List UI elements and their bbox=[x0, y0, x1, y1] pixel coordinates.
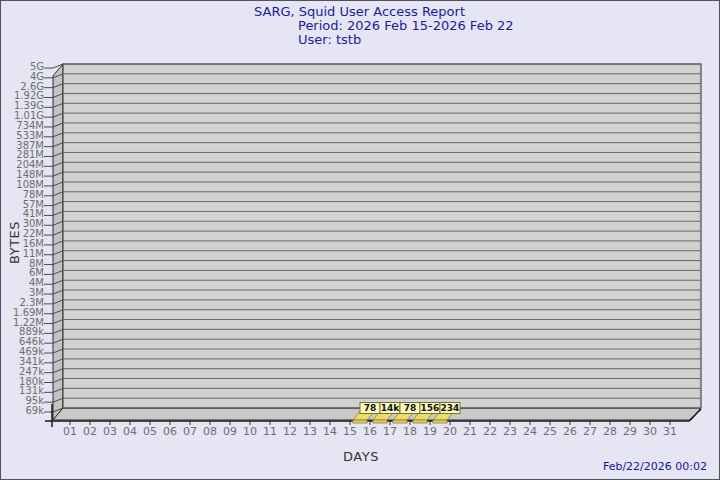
x-tick-label: 21 bbox=[463, 425, 477, 438]
x-tick-label: 24 bbox=[523, 425, 537, 438]
x-tick-label: 06 bbox=[163, 425, 177, 438]
x-tick-label: 27 bbox=[583, 425, 597, 438]
x-tick-label: 12 bbox=[283, 425, 297, 438]
back-wall bbox=[63, 64, 701, 408]
x-tick-label: 19 bbox=[423, 425, 437, 438]
x-tick-label: 04 bbox=[123, 425, 137, 438]
y-tick-label: 69k bbox=[25, 405, 44, 416]
bar-value-label: 78 bbox=[364, 403, 377, 413]
x-tick-label: 11 bbox=[263, 425, 277, 438]
bar-front-face bbox=[373, 420, 387, 423]
bar-front-face bbox=[413, 420, 427, 423]
x-tick-label: 02 bbox=[83, 425, 97, 438]
x-tick-label: 05 bbox=[143, 425, 157, 438]
x-tick-label: 20 bbox=[443, 425, 457, 438]
x-tick-label: 25 bbox=[543, 425, 557, 438]
x-tick-label: 18 bbox=[403, 425, 417, 438]
x-tick-label: 07 bbox=[183, 425, 197, 438]
generated-timestamp: Feb/22/2026 00:02 bbox=[603, 460, 707, 473]
x-tick-label: 13 bbox=[303, 425, 317, 438]
y-axis-title: BYTES bbox=[7, 221, 22, 264]
x-tick-label: 31 bbox=[663, 425, 677, 438]
x-tick-label: 08 bbox=[203, 425, 217, 438]
bar-front-face bbox=[393, 420, 407, 423]
x-tick-label: 01 bbox=[63, 425, 77, 438]
sarg-report-page: SARG, Squid User Access Report Period: 2… bbox=[0, 0, 720, 480]
bar-value-label: 234 bbox=[441, 403, 460, 413]
x-tick-label: 29 bbox=[623, 425, 637, 438]
bar-value-label: 14k bbox=[381, 403, 401, 413]
x-tick-label: 16 bbox=[363, 425, 377, 438]
x-tick-label: 15 bbox=[343, 425, 357, 438]
x-tick-label: 23 bbox=[503, 425, 517, 438]
x-tick-label: 14 bbox=[323, 425, 337, 438]
x-tick-label: 10 bbox=[243, 425, 257, 438]
x-tick-label: 22 bbox=[483, 425, 497, 438]
bar-front-face bbox=[433, 420, 447, 423]
x-tick-label: 09 bbox=[223, 425, 237, 438]
bytes-per-day-bar-chart: 5G4G2.6G1.92G1.39G1.01G734M533M387M281M2… bbox=[1, 1, 720, 480]
x-tick-label: 03 bbox=[103, 425, 117, 438]
x-tick-label: 17 bbox=[383, 425, 397, 438]
bar-value-label: 156 bbox=[421, 403, 440, 413]
bar-value-label: 78 bbox=[404, 403, 417, 413]
x-tick-label: 26 bbox=[563, 425, 577, 438]
x-tick-label: 30 bbox=[643, 425, 657, 438]
x-tick-label: 28 bbox=[603, 425, 617, 438]
bar-front-face bbox=[353, 420, 367, 423]
